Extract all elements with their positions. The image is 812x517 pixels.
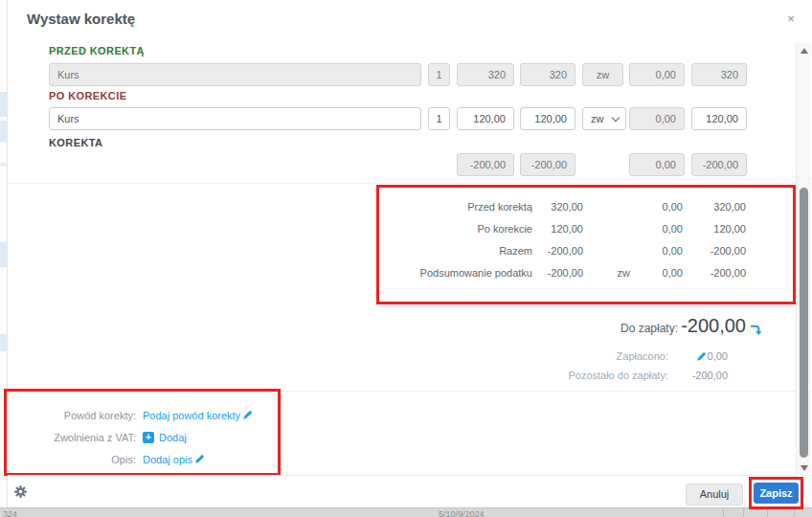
amount-due-label: Do zapłaty:	[620, 322, 678, 335]
description-label: Opis:	[7, 454, 136, 465]
summary-gross: -200,00	[683, 262, 746, 284]
summary-vat: 0,00	[630, 262, 683, 284]
summary-vat: 0,00	[630, 240, 683, 262]
summary-row-tax: Podsumowanie podatku -200,00 zw 0,00 -20…	[379, 262, 793, 284]
scroll-down-icon[interactable]	[801, 465, 808, 471]
divider	[8, 475, 812, 476]
before-vat-rate-field: zw	[582, 63, 623, 86]
details-annotation-box: Powód korekty: Podaj powód korekty Zwoln…	[4, 389, 281, 476]
save-button[interactable]: Zapisz	[754, 483, 799, 504]
paid-label: Zapłacono:	[617, 350, 668, 362]
summary-vat-rate: zw	[583, 262, 630, 284]
summary-row-total: Razem -200,00 0,00 -200,00	[379, 240, 793, 262]
description-add-link[interactable]: Dodaj opis	[143, 454, 205, 465]
summary-label: Razem	[379, 240, 532, 262]
after-vat-amount-field: 0,00	[629, 107, 685, 130]
background-table-line	[743, 508, 744, 517]
summary-gross: 320,00	[683, 196, 746, 218]
summary-net: -200,00	[532, 240, 583, 262]
section-label-before: PRZED KOREKTĄ	[49, 45, 145, 56]
description-row: Opis: Dodaj opis	[7, 448, 278, 470]
paid-amount: 0,00	[708, 350, 728, 362]
vat-exemption-label: Zwolnienia z VAT:	[7, 432, 136, 443]
chevron-down-icon	[612, 114, 620, 122]
after-price-net-input[interactable]: 120,00	[457, 107, 514, 130]
scrollbar-thumb[interactable]	[800, 188, 808, 458]
correction-reason-link[interactable]: Podaj powód korekty	[143, 410, 253, 421]
divider	[382, 288, 790, 289]
vat-exemption-add-link[interactable]: + Dodaj	[143, 432, 187, 443]
pencil-icon	[242, 410, 253, 420]
payment-arrow-icon[interactable]	[750, 323, 762, 340]
vertical-scrollbar[interactable]	[796, 43, 811, 476]
background-table-line	[794, 508, 795, 517]
pencil-icon	[194, 454, 205, 464]
paid-value[interactable]: 0,00	[696, 350, 728, 362]
after-vat-rate-value: zw	[591, 113, 603, 124]
summary-row-before: Przed korektą 320,00 0,00 320,00	[379, 196, 793, 218]
background-row-fragment	[0, 334, 7, 351]
summary-net: -200,00	[532, 262, 583, 284]
dialog-title: Wystaw korektę	[27, 11, 135, 27]
vat-exemption-row: Zwolnienia z VAT: + Dodaj	[7, 426, 278, 448]
summary-vat-rate	[583, 240, 630, 262]
before-total-net-field: 320	[520, 63, 575, 86]
summary-label: Przed korektą	[379, 196, 532, 218]
before-total-gross-field: 320	[691, 63, 747, 86]
after-total-gross-input[interactable]: 120,00	[691, 107, 747, 130]
summary-vat: 0,00	[630, 218, 683, 240]
summary-vat-rate	[583, 196, 630, 218]
correction-price-net-field: -200,00	[457, 153, 514, 176]
before-item-name-field: Kurs	[49, 63, 421, 86]
background-row-fragment	[0, 163, 7, 167]
scroll-up-icon[interactable]	[801, 48, 808, 54]
before-vat-amount-field: 0,00	[629, 63, 685, 86]
cancel-button[interactable]: Anuluj	[686, 483, 743, 506]
after-vat-rate-select[interactable]: zw	[582, 107, 626, 130]
section-label-after: PO KOREKCIE	[49, 90, 126, 101]
close-icon[interactable]: ×	[782, 11, 800, 28]
before-qty-field: 1	[428, 63, 450, 86]
after-qty-input[interactable]: 1	[428, 107, 450, 130]
correction-reason-link-text: Podaj powód korekty	[143, 410, 240, 421]
divider	[8, 183, 812, 184]
summary-net: 320,00	[532, 196, 583, 218]
summary-label: Po korekcie	[379, 218, 532, 240]
background-text-center: 5/10/9/2024	[439, 509, 485, 517]
background-table-line	[767, 508, 768, 517]
before-price-net-field: 320	[457, 63, 514, 86]
background-row-fragment	[0, 121, 7, 142]
correction-vat-amount-field: 0,00	[629, 153, 685, 176]
summary-vat: 0,00	[630, 196, 683, 218]
amount-due-value: -200,00	[681, 315, 746, 337]
background-text-left: 324	[3, 509, 17, 517]
save-annotation-box: Zapisz	[749, 477, 803, 509]
settings-gear-icon[interactable]	[13, 484, 28, 503]
summary-gross: 120,00	[683, 218, 746, 240]
remaining-label: Pozostało do zapłaty:	[568, 370, 668, 381]
correction-reason-label: Powód korekty:	[7, 410, 136, 421]
correction-total-gross-field: -200,00	[691, 153, 747, 176]
description-link-text: Dodaj opis	[143, 454, 192, 465]
summary-vat-rate	[583, 218, 630, 240]
vat-exemption-link-text: Dodaj	[159, 432, 187, 443]
summary-gross: -200,00	[683, 240, 746, 262]
section-label-correction: KOREKTA	[49, 137, 102, 148]
correction-total-net-field: -200,00	[520, 153, 575, 176]
pencil-icon	[696, 351, 707, 362]
summary-row-after: Po korekcie 120,00 0,00 120,00	[379, 218, 793, 240]
after-total-net-input[interactable]: 120,00	[520, 107, 575, 130]
summary-net: 120,00	[532, 218, 583, 240]
background-page-strip: 324 5/10/9/2024	[0, 507, 812, 517]
background-table-line	[723, 508, 724, 517]
background-row-fragment	[0, 242, 7, 267]
correction-reason-row: Powód korekty: Podaj powód korekty	[7, 404, 278, 426]
after-item-name-input[interactable]: Kurs	[49, 107, 421, 130]
summary-annotation-box: Przed korektą 320,00 0,00 320,00 Po kore…	[376, 185, 796, 304]
summary-label: Podsumowanie podatku	[379, 262, 532, 284]
correction-dialog: 324 5/10/9/2024 Wystaw korektę × PRZED K…	[0, 0, 812, 517]
remaining-value: -200,00	[692, 370, 728, 381]
background-row-fragment	[0, 92, 7, 117]
plus-icon: +	[143, 432, 154, 443]
